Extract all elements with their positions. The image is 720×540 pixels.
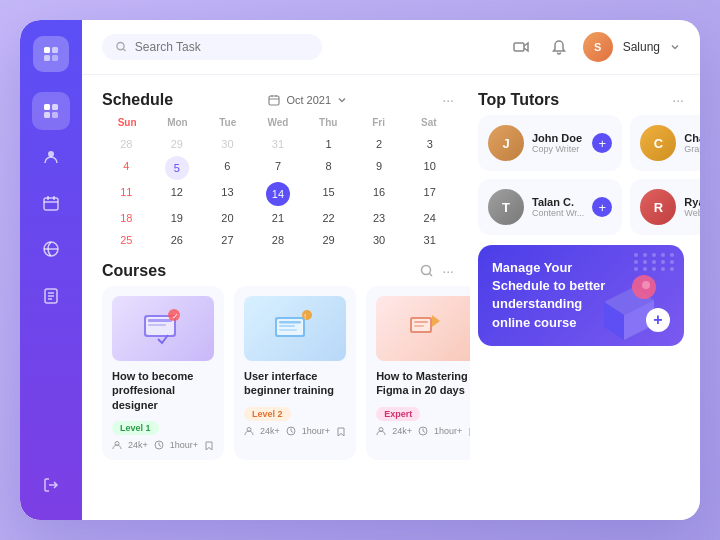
header: S Salung: [82, 20, 700, 75]
svg-rect-14: [269, 96, 279, 105]
schedule-month[interactable]: Oct 2021: [286, 94, 331, 106]
cal-cell[interactable]: 21: [254, 208, 303, 228]
avatar[interactable]: S: [583, 32, 613, 62]
sidebar-item-clipboard[interactable]: [32, 276, 70, 314]
cal-cell[interactable]: 13: [203, 182, 252, 206]
cal-cell[interactable]: 1: [304, 134, 353, 154]
cal-cell[interactable]: 15: [304, 182, 353, 206]
course-students-3: 24k+: [392, 426, 412, 436]
sidebar-item-calendar[interactable]: [32, 184, 70, 222]
cal-cell[interactable]: 7: [254, 156, 303, 180]
tutor-card-3[interactable]: T Talan C. Content Wr... +: [478, 179, 622, 235]
course-stats-2: 24k+ 1hour+: [244, 426, 346, 436]
cal-cell[interactable]: 12: [153, 182, 202, 206]
svg-point-15: [422, 266, 431, 275]
tutor-role-1: Copy Writer: [532, 144, 584, 154]
svg-rect-7: [52, 112, 58, 118]
svg-rect-36: [414, 321, 428, 323]
cal-cell[interactable]: 30: [355, 230, 404, 250]
svg-rect-27: [279, 325, 295, 327]
course-hours-3: 1hour+: [434, 426, 462, 436]
cal-cell[interactable]: 20: [203, 208, 252, 228]
cal-cell[interactable]: 25: [102, 230, 151, 250]
chevron-down-icon: [670, 42, 680, 52]
banner-title: Manage Your Schedule to better understan…: [492, 259, 622, 332]
bell-icon[interactable]: [545, 33, 573, 61]
cal-cell[interactable]: 16: [355, 182, 404, 206]
user-name: Salung: [623, 40, 660, 54]
tutor-card-4[interactable]: R Ryan Saris Web Develo... +: [630, 179, 700, 235]
courses-search-icon[interactable]: [420, 264, 434, 278]
tutor-add-1[interactable]: +: [592, 133, 612, 153]
cal-cell[interactable]: 11: [102, 182, 151, 206]
cal-cell[interactable]: 28: [102, 134, 151, 154]
cal-cell[interactable]: 28: [254, 230, 303, 250]
day-sun: Sun: [102, 115, 152, 130]
sidebar-item-grid[interactable]: [32, 92, 70, 130]
cal-cell[interactable]: 27: [203, 230, 252, 250]
course-card-1[interactable]: ✓ How to become proffesional designer Le…: [102, 286, 224, 460]
cal-cell[interactable]: 30: [203, 134, 252, 154]
svg-rect-9: [44, 198, 58, 210]
cal-cell[interactable]: 17: [405, 182, 454, 206]
cal-cell[interactable]: 29: [153, 134, 202, 154]
cal-cell-today[interactable]: 14: [266, 182, 290, 206]
courses-section: Courses ···: [102, 262, 454, 510]
sidebar-item-logout[interactable]: [32, 466, 70, 504]
schedule-more[interactable]: ···: [442, 92, 454, 108]
svg-rect-0: [44, 47, 50, 53]
tutors-more[interactable]: ···: [672, 92, 684, 108]
tutor-card-2[interactable]: C Charlie S. Graphic De... +: [630, 115, 700, 171]
sidebar-logo[interactable]: [33, 36, 69, 72]
cal-cell[interactable]: 19: [153, 208, 202, 228]
tutor-avatar-3: T: [488, 189, 524, 225]
clock-icon-3: [418, 426, 428, 436]
bookmark-icon-2: [336, 426, 346, 436]
cal-cell[interactable]: 24: [405, 208, 454, 228]
svg-rect-37: [414, 325, 424, 327]
search-input[interactable]: [135, 40, 308, 54]
cal-cell[interactable]: 18: [102, 208, 151, 228]
cal-cell[interactable]: 8: [304, 156, 353, 180]
course-hours-1: 1hour+: [170, 440, 198, 450]
day-mon: Mon: [152, 115, 202, 130]
day-sat: Sat: [404, 115, 454, 130]
course-students-1: 24k+: [128, 440, 148, 450]
clock-icon: [154, 440, 164, 450]
cal-cell[interactable]: 26: [153, 230, 202, 250]
month-chevron-icon[interactable]: [337, 95, 347, 105]
calendar-header: Sun Mon Tue Wed Thu Fri Sat: [102, 115, 454, 130]
course-thumb-1: ✓: [112, 296, 214, 361]
svg-rect-6: [44, 112, 50, 118]
search-icon: [116, 41, 127, 53]
courses-more[interactable]: ···: [442, 263, 454, 279]
cal-cell[interactable]: 9: [355, 156, 404, 180]
cal-cell[interactable]: 31: [254, 134, 303, 154]
cal-cell[interactable]: 29: [304, 230, 353, 250]
search-bar[interactable]: [102, 34, 322, 60]
tutor-avatar-2: C: [640, 125, 676, 161]
cal-cell[interactable]: 2: [355, 134, 404, 154]
svg-rect-26: [279, 321, 301, 324]
cal-cell[interactable]: 6: [203, 156, 252, 180]
banner-plus-button[interactable]: +: [646, 308, 670, 332]
svg-rect-1: [52, 47, 58, 53]
cal-cell[interactable]: 3: [405, 134, 454, 154]
course-card-3[interactable]: How to Mastering Figma in 20 days Expert…: [366, 286, 470, 460]
tutor-add-3[interactable]: +: [592, 197, 612, 217]
cal-cell[interactable]: 4: [102, 156, 151, 180]
cal-cell[interactable]: 10: [405, 156, 454, 180]
sidebar-item-globe[interactable]: [32, 230, 70, 268]
tutor-info-3: Talan C. Content Wr...: [532, 196, 584, 218]
cal-cell[interactable]: 31: [405, 230, 454, 250]
day-wed: Wed: [253, 115, 303, 130]
tutor-card-1[interactable]: J John Doe Copy Writer +: [478, 115, 622, 171]
tutor-info-1: John Doe Copy Writer: [532, 132, 584, 154]
sidebar-item-users[interactable]: [32, 138, 70, 176]
new-window-icon[interactable]: [507, 33, 535, 61]
cal-cell-highlighted[interactable]: 5: [165, 156, 189, 180]
courses-header: Courses ···: [102, 262, 454, 280]
cal-cell[interactable]: 23: [355, 208, 404, 228]
cal-cell[interactable]: 22: [304, 208, 353, 228]
course-card-2[interactable]: ! User interface beginner training Level…: [234, 286, 356, 460]
